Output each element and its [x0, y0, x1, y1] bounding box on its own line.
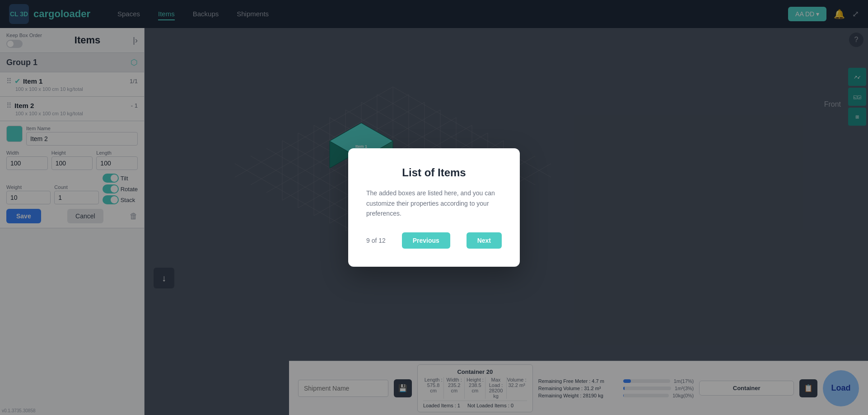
modal-body: The added boxes are listed here, and you… [366, 188, 502, 218]
modal-next-button[interactable]: Next [467, 232, 502, 249]
modal-pagination: 9 of 12 [366, 237, 386, 244]
list-of-items-modal: List of Items The added boxes are listed… [348, 148, 520, 266]
modal-title: List of Items [366, 166, 502, 179]
modal-previous-button[interactable]: Previous [402, 232, 450, 249]
modal-overlay[interactable]: List of Items The added boxes are listed… [0, 0, 868, 415]
modal-footer: 9 of 12 Previous Next [366, 232, 502, 249]
